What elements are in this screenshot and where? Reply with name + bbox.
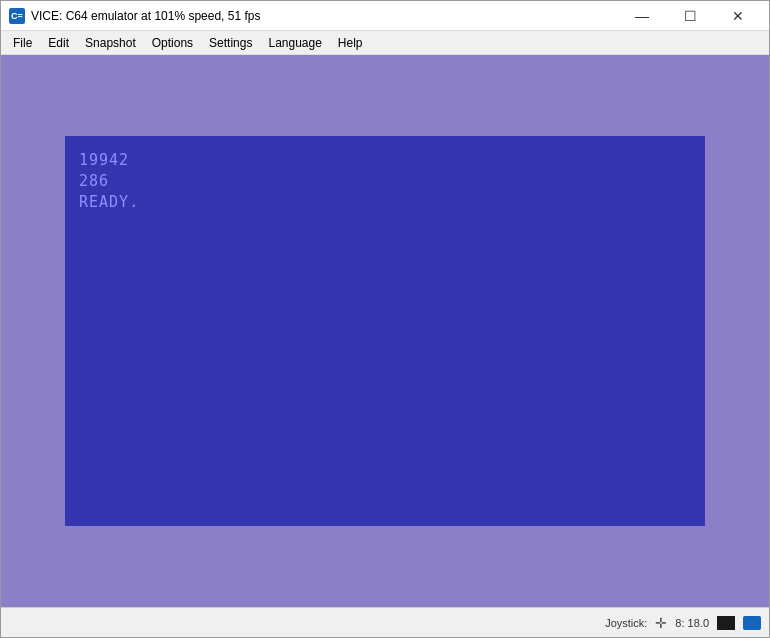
status-bar: Joystick: ✛ 8: 18.0 — [1, 607, 769, 637]
status-coords: 8: 18.0 — [675, 617, 709, 629]
joystick-icon: ✛ — [655, 615, 667, 631]
c64-output: 19942286READY. — [79, 150, 139, 213]
c64-screen[interactable]: 19942286READY. — [65, 136, 705, 526]
status-blue-indicator — [743, 616, 761, 630]
close-button[interactable]: ✕ — [715, 1, 761, 31]
joystick-label: Joystick: — [605, 617, 647, 629]
c64-line: 19942 — [79, 150, 139, 171]
c64-line: 286 — [79, 171, 139, 192]
menu-item-edit[interactable]: Edit — [40, 32, 77, 54]
maximize-button[interactable]: ☐ — [667, 1, 713, 31]
main-area: 19942286READY. — [1, 55, 769, 607]
c64-line: READY. — [79, 192, 139, 213]
menu-item-file[interactable]: File — [5, 32, 40, 54]
app-window: C= VICE: C64 emulator at 101% speed, 51 … — [0, 0, 770, 638]
title-bar: C= VICE: C64 emulator at 101% speed, 51 … — [1, 1, 769, 31]
menu-item-language[interactable]: Language — [260, 32, 329, 54]
menu-bar: FileEditSnapshotOptionsSettingsLanguageH… — [1, 31, 769, 55]
menu-item-help[interactable]: Help — [330, 32, 371, 54]
menu-item-snapshot[interactable]: Snapshot — [77, 32, 144, 54]
menu-item-settings[interactable]: Settings — [201, 32, 260, 54]
title-bar-controls: — ☐ ✕ — [619, 1, 761, 31]
minimize-button[interactable]: — — [619, 1, 665, 31]
title-bar-text: VICE: C64 emulator at 101% speed, 51 fps — [31, 9, 619, 23]
app-icon: C= — [9, 8, 25, 24]
status-black-indicator — [717, 616, 735, 630]
menu-item-options[interactable]: Options — [144, 32, 201, 54]
